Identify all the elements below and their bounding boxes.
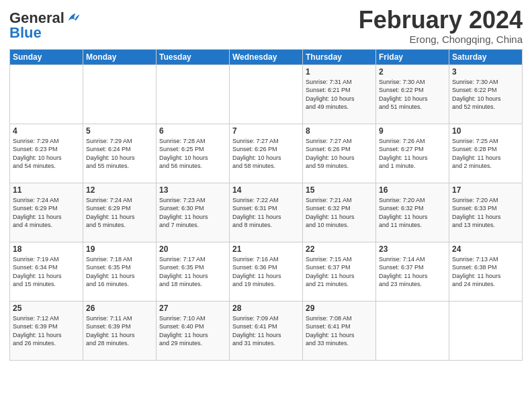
- calendar-cell: [157, 64, 230, 124]
- day-info: Sunrise: 7:23 AM Sunset: 6:30 PM Dayligh…: [159, 196, 226, 230]
- logo-bird-icon: [66, 11, 81, 26]
- day-info: Sunrise: 7:12 AM Sunset: 6:39 PM Dayligh…: [13, 314, 80, 348]
- day-info: Sunrise: 7:31 AM Sunset: 6:21 PM Dayligh…: [306, 78, 373, 111]
- day-number: 12: [86, 185, 153, 195]
- week-row-4: 18Sunrise: 7:19 AM Sunset: 6:34 PM Dayli…: [10, 242, 523, 301]
- day-number: 19: [86, 244, 153, 254]
- calendar-cell: 14Sunrise: 7:22 AM Sunset: 6:31 PM Dayli…: [230, 183, 303, 242]
- day-info: Sunrise: 7:10 AM Sunset: 6:40 PM Dayligh…: [159, 314, 226, 348]
- weekday-header-sunday: Sunday: [10, 49, 83, 64]
- day-info: Sunrise: 7:30 AM Sunset: 6:22 PM Dayligh…: [452, 78, 519, 111]
- calendar-cell: 20Sunrise: 7:17 AM Sunset: 6:35 PM Dayli…: [157, 242, 230, 301]
- calendar-cell: 11Sunrise: 7:24 AM Sunset: 6:29 PM Dayli…: [10, 183, 83, 242]
- calendar-cell: 19Sunrise: 7:18 AM Sunset: 6:35 PM Dayli…: [83, 242, 157, 301]
- day-info: Sunrise: 7:27 AM Sunset: 6:26 PM Dayligh…: [306, 137, 373, 171]
- day-number: 28: [232, 304, 300, 313]
- day-info: Sunrise: 7:20 AM Sunset: 6:32 PM Dayligh…: [379, 196, 446, 230]
- weekday-header-row: SundayMondayTuesdayWednesdayThursdayFrid…: [10, 49, 523, 64]
- day-number: 14: [232, 185, 300, 195]
- day-info: Sunrise: 7:25 AM Sunset: 6:28 PM Dayligh…: [452, 137, 519, 171]
- day-info: Sunrise: 7:26 AM Sunset: 6:27 PM Dayligh…: [379, 137, 446, 171]
- day-info: Sunrise: 7:19 AM Sunset: 6:34 PM Dayligh…: [13, 255, 80, 289]
- weekday-header-monday: Monday: [83, 49, 157, 64]
- location: Erong, Chongqing, China: [359, 34, 523, 45]
- day-info: Sunrise: 7:11 AM Sunset: 6:39 PM Dayligh…: [86, 314, 153, 348]
- day-number: 18: [13, 244, 80, 254]
- day-number: 27: [159, 304, 226, 313]
- calendar-cell: [230, 64, 303, 124]
- day-number: 21: [232, 244, 300, 254]
- day-info: Sunrise: 7:24 AM Sunset: 6:29 PM Dayligh…: [13, 196, 80, 230]
- calendar-cell: 24Sunrise: 7:13 AM Sunset: 6:38 PM Dayli…: [449, 242, 523, 301]
- week-row-5: 25Sunrise: 7:12 AM Sunset: 6:39 PM Dayli…: [10, 301, 523, 360]
- day-info: Sunrise: 7:22 AM Sunset: 6:31 PM Dayligh…: [232, 196, 300, 230]
- day-number: 26: [86, 304, 153, 313]
- day-info: Sunrise: 7:09 AM Sunset: 6:41 PM Dayligh…: [232, 314, 300, 348]
- calendar-cell: 15Sunrise: 7:21 AM Sunset: 6:32 PM Dayli…: [303, 183, 376, 242]
- week-row-1: 1Sunrise: 7:31 AM Sunset: 6:21 PM Daylig…: [10, 64, 523, 124]
- calendar-cell: [83, 64, 157, 124]
- calendar-cell: 21Sunrise: 7:16 AM Sunset: 6:36 PM Dayli…: [230, 242, 303, 301]
- day-info: Sunrise: 7:15 AM Sunset: 6:37 PM Dayligh…: [306, 255, 373, 289]
- calendar-cell: 29Sunrise: 7:08 AM Sunset: 6:41 PM Dayli…: [303, 301, 376, 360]
- calendar-cell: 13Sunrise: 7:23 AM Sunset: 6:30 PM Dayli…: [157, 183, 230, 242]
- month-title: February 2024: [359, 7, 523, 34]
- day-number: 22: [306, 244, 373, 254]
- day-info: Sunrise: 7:27 AM Sunset: 6:26 PM Dayligh…: [232, 137, 300, 171]
- day-number: 29: [306, 304, 373, 313]
- day-number: 25: [13, 304, 80, 313]
- day-number: 7: [232, 126, 300, 136]
- day-number: 24: [452, 244, 519, 254]
- calendar-cell: 18Sunrise: 7:19 AM Sunset: 6:34 PM Dayli…: [10, 242, 83, 301]
- header: General Blue February 2024 Erong, Chongq…: [9, 7, 523, 45]
- day-number: 2: [379, 67, 446, 77]
- day-info: Sunrise: 7:08 AM Sunset: 6:41 PM Dayligh…: [306, 314, 373, 348]
- calendar-cell: 23Sunrise: 7:14 AM Sunset: 6:37 PM Dayli…: [376, 242, 449, 301]
- day-number: 3: [452, 67, 519, 77]
- day-number: 1: [306, 67, 373, 77]
- calendar-cell: 1Sunrise: 7:31 AM Sunset: 6:21 PM Daylig…: [303, 64, 376, 124]
- title-block: February 2024 Erong, Chongqing, China: [359, 7, 523, 45]
- calendar-cell: 6Sunrise: 7:28 AM Sunset: 6:25 PM Daylig…: [157, 124, 230, 183]
- day-info: Sunrise: 7:13 AM Sunset: 6:38 PM Dayligh…: [452, 255, 519, 289]
- day-number: 8: [306, 126, 373, 136]
- week-row-2: 4Sunrise: 7:29 AM Sunset: 6:23 PM Daylig…: [10, 124, 523, 183]
- day-info: Sunrise: 7:29 AM Sunset: 6:23 PM Dayligh…: [13, 137, 80, 171]
- calendar-cell: 12Sunrise: 7:24 AM Sunset: 6:29 PM Dayli…: [83, 183, 157, 242]
- calendar-cell: [449, 301, 523, 360]
- day-number: 4: [13, 126, 80, 136]
- day-number: 11: [13, 185, 80, 195]
- day-number: 23: [379, 244, 446, 254]
- calendar-cell: 26Sunrise: 7:11 AM Sunset: 6:39 PM Dayli…: [83, 301, 157, 360]
- day-info: Sunrise: 7:28 AM Sunset: 6:25 PM Dayligh…: [159, 137, 226, 171]
- day-number: 6: [159, 126, 226, 136]
- weekday-header-tuesday: Tuesday: [157, 49, 230, 64]
- logo: General Blue: [9, 9, 81, 42]
- calendar-cell: 5Sunrise: 7:29 AM Sunset: 6:24 PM Daylig…: [83, 124, 157, 183]
- calendar-cell: 27Sunrise: 7:10 AM Sunset: 6:40 PM Dayli…: [157, 301, 230, 360]
- calendar-cell: 28Sunrise: 7:09 AM Sunset: 6:41 PM Dayli…: [230, 301, 303, 360]
- day-number: 16: [379, 185, 446, 195]
- day-number: 5: [86, 126, 153, 136]
- calendar-cell: 9Sunrise: 7:26 AM Sunset: 6:27 PM Daylig…: [376, 124, 449, 183]
- calendar-cell: 17Sunrise: 7:20 AM Sunset: 6:33 PM Dayli…: [449, 183, 523, 242]
- calendar-cell: 8Sunrise: 7:27 AM Sunset: 6:26 PM Daylig…: [303, 124, 376, 183]
- weekday-header-wednesday: Wednesday: [230, 49, 303, 64]
- day-info: Sunrise: 7:24 AM Sunset: 6:29 PM Dayligh…: [86, 196, 153, 230]
- calendar-cell: [10, 64, 83, 124]
- day-number: 9: [379, 126, 446, 136]
- day-number: 13: [159, 185, 226, 195]
- day-info: Sunrise: 7:30 AM Sunset: 6:22 PM Dayligh…: [379, 78, 446, 111]
- weekday-header-saturday: Saturday: [449, 49, 523, 64]
- calendar-cell: 2Sunrise: 7:30 AM Sunset: 6:22 PM Daylig…: [376, 64, 449, 124]
- day-info: Sunrise: 7:20 AM Sunset: 6:33 PM Dayligh…: [452, 196, 519, 230]
- day-info: Sunrise: 7:18 AM Sunset: 6:35 PM Dayligh…: [86, 255, 153, 289]
- day-number: 15: [306, 185, 373, 195]
- day-info: Sunrise: 7:17 AM Sunset: 6:35 PM Dayligh…: [159, 255, 226, 289]
- day-number: 17: [452, 185, 519, 195]
- day-info: Sunrise: 7:16 AM Sunset: 6:36 PM Dayligh…: [232, 255, 300, 289]
- calendar-cell: 4Sunrise: 7:29 AM Sunset: 6:23 PM Daylig…: [10, 124, 83, 183]
- calendar-cell: 10Sunrise: 7:25 AM Sunset: 6:28 PM Dayli…: [449, 124, 523, 183]
- weekday-header-friday: Friday: [376, 49, 449, 64]
- calendar-cell: 25Sunrise: 7:12 AM Sunset: 6:39 PM Dayli…: [10, 301, 83, 360]
